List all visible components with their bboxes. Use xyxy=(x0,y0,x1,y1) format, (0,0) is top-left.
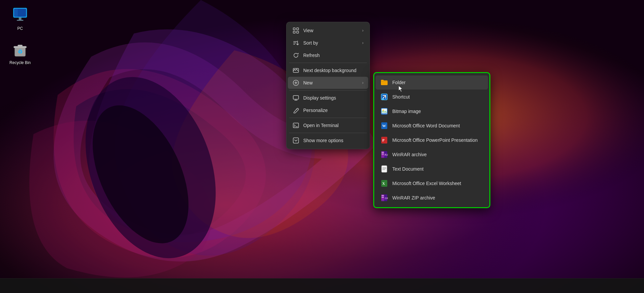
svg-text:♻: ♻ xyxy=(18,49,22,55)
submenu-excel-label: Microsoft Office Excel Worksheet xyxy=(392,181,461,186)
new-chevron: › xyxy=(362,80,364,85)
svg-point-20 xyxy=(294,69,295,70)
view-label: View xyxy=(303,28,358,33)
folder-icon xyxy=(380,78,388,86)
new-icon xyxy=(293,79,299,86)
svg-rect-47 xyxy=(382,195,384,196)
taskbar xyxy=(0,278,644,293)
svg-text:W: W xyxy=(382,124,386,128)
shortcut-icon xyxy=(380,93,388,101)
submenu-item-folder[interactable]: Folder xyxy=(376,75,488,90)
svg-rect-16 xyxy=(297,28,299,30)
submenu-item-shortcut[interactable]: Shortcut xyxy=(376,90,488,104)
sort-icon xyxy=(293,40,299,46)
context-menu: View › Sort by › Refresh xyxy=(286,22,370,149)
show-more-icon xyxy=(293,137,299,144)
recycle-bin-icon: ♻ xyxy=(11,41,29,58)
svg-rect-39 xyxy=(382,154,384,155)
open-terminal-label: Open in Terminal xyxy=(303,123,364,128)
svg-text:ZIP: ZIP xyxy=(385,197,388,200)
submenu-winrar-label: WinRAR archive xyxy=(392,152,427,157)
menu-item-personalize[interactable]: Personalize xyxy=(288,104,368,116)
svg-text:BMP: BMP xyxy=(382,113,387,115)
sort-by-chevron: › xyxy=(362,41,364,45)
view-icon xyxy=(293,27,299,34)
menu-item-new[interactable]: New › xyxy=(288,77,368,89)
submenu-item-ppt[interactable]: P Microsoft Office PowerPoint Presentati… xyxy=(376,133,488,147)
svg-rect-15 xyxy=(293,28,295,30)
sort-by-label: Sort by xyxy=(303,40,358,46)
svg-rect-27 xyxy=(382,99,384,100)
new-submenu: Folder Shortcut BMP Bitmap image xyxy=(373,72,490,208)
submenu-item-winrar[interactable]: RAR WinRAR archive xyxy=(376,148,488,162)
svg-rect-22 xyxy=(293,96,299,99)
winrar-zip-icon: ZIP xyxy=(380,194,388,202)
menu-item-refresh[interactable]: Refresh xyxy=(288,49,368,61)
submenu-folder-label: Folder xyxy=(392,80,406,85)
terminal-icon xyxy=(293,122,299,129)
svg-rect-40 xyxy=(382,155,384,156)
bitmap-icon: BMP xyxy=(380,107,388,115)
new-label: New xyxy=(303,80,358,85)
svg-rect-18 xyxy=(297,31,299,33)
pc-icon xyxy=(11,7,29,24)
menu-separator-3 xyxy=(289,118,367,118)
next-bg-icon xyxy=(293,67,299,74)
display-settings-label: Display settings xyxy=(303,95,364,101)
submenu-ppt-label: Microsoft Office PowerPoint Presentation xyxy=(392,137,478,143)
ppt-icon: P xyxy=(380,136,388,144)
svg-rect-38 xyxy=(382,152,384,153)
menu-separator-4 xyxy=(289,133,367,133)
menu-item-sort-by[interactable]: Sort by › xyxy=(288,37,368,49)
pc-icon-label: PC xyxy=(17,26,23,31)
menu-separator-2 xyxy=(289,90,367,91)
menu-item-next-desktop-bg[interactable]: Next desktop background xyxy=(288,64,368,76)
recycle-bin-icon-label: Recycle Bin xyxy=(9,60,30,65)
submenu-item-excel[interactable]: X Microsoft Office Excel Worksheet xyxy=(376,176,488,190)
submenu-item-word[interactable]: W Microsoft Office Word Document xyxy=(376,119,488,133)
show-more-label: Show more options xyxy=(303,138,364,143)
excel-icon: X xyxy=(380,179,388,187)
refresh-icon xyxy=(293,52,299,59)
desktop-icon-recycle-bin[interactable]: ♻ Recycle Bin xyxy=(7,41,33,65)
personalize-label: Personalize xyxy=(303,108,364,113)
view-chevron: › xyxy=(362,28,364,33)
svg-rect-8 xyxy=(19,17,21,20)
submenu-shortcut-label: Shortcut xyxy=(392,94,410,100)
personalize-icon xyxy=(293,107,299,114)
svg-rect-49 xyxy=(382,198,384,199)
menu-separator-1 xyxy=(289,63,367,63)
svg-text:P: P xyxy=(382,138,385,142)
desktop-icons-container: PC ♻ Recycle Bin xyxy=(7,7,33,65)
svg-text:RAR: RAR xyxy=(385,153,388,157)
submenu-winrar-zip-label: WinRAR ZIP archive xyxy=(392,195,435,200)
submenu-text-label: Text Document xyxy=(392,166,423,172)
submenu-item-text[interactable]: Text Document xyxy=(376,162,488,176)
svg-rect-24 xyxy=(293,138,299,143)
menu-item-show-more[interactable]: Show more options xyxy=(288,134,368,146)
menu-item-display-settings[interactable]: Display settings xyxy=(288,92,368,104)
menu-item-open-terminal[interactable]: Open in Terminal xyxy=(288,119,368,131)
submenu-item-winrar-zip[interactable]: ZIP WinRAR ZIP archive xyxy=(376,191,488,205)
svg-rect-42 xyxy=(382,166,387,172)
word-icon: W xyxy=(380,122,388,130)
svg-rect-23 xyxy=(293,123,299,128)
submenu-word-label: Microsoft Office Word Document xyxy=(392,123,460,128)
submenu-item-bitmap[interactable]: BMP Bitmap image xyxy=(376,104,488,118)
desktop-icon-pc[interactable]: PC xyxy=(7,7,33,31)
svg-rect-48 xyxy=(382,197,384,198)
svg-rect-10 xyxy=(14,9,18,16)
next-desktop-bg-label: Next desktop background xyxy=(303,68,364,73)
text-doc-icon xyxy=(380,165,388,173)
svg-rect-9 xyxy=(17,20,23,21)
svg-text:X: X xyxy=(382,181,385,185)
refresh-label: Refresh xyxy=(303,53,364,58)
svg-rect-17 xyxy=(293,31,295,33)
display-settings-icon xyxy=(293,95,299,101)
menu-item-view[interactable]: View › xyxy=(288,24,368,37)
submenu-bitmap-label: Bitmap image xyxy=(392,109,421,114)
winrar-icon: RAR xyxy=(380,151,388,159)
svg-rect-13 xyxy=(18,45,22,47)
